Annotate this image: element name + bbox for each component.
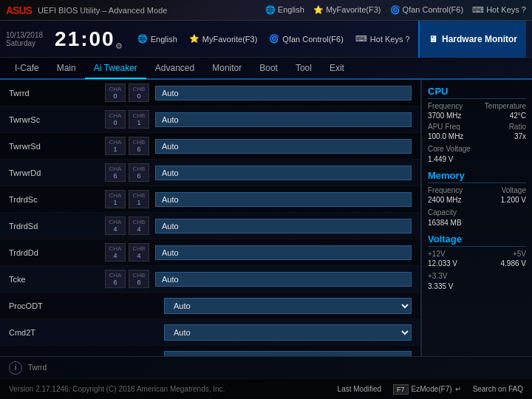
bios-row: TckeCHA6CHB6 [0, 266, 420, 293]
cha-box: CHA6 [105, 270, 126, 288]
nav-item-i-cafe[interactable]: I-Cafe [6, 58, 48, 79]
row-label: Gear Down Mode [9, 355, 105, 357]
row-label: Tcke [9, 275, 105, 284]
channel-boxes: CHA0CHB0 [105, 83, 149, 102]
mem-cap-val: 16384 MB [428, 217, 526, 228]
memory-section-title: Memory [428, 170, 526, 183]
v12-val-row: 12.033 V 4.986 V [428, 259, 526, 267]
qfan-action[interactable]: 🌀 Qfan Control(F6) [269, 34, 344, 44]
row-value [155, 245, 412, 260]
header-title: UEFI BIOS Utility – Advanced Mode [38, 6, 167, 15]
row-value: Auto [164, 351, 412, 357]
last-modified-button[interactable]: Last Modified [338, 384, 381, 395]
core-voltage-val: 1.449 V [428, 154, 526, 164]
chb-box: CHB6 [129, 137, 149, 155]
qfan-button[interactable]: 🌀 Qfan Control(F6) [390, 5, 464, 15]
chb-box: CHB4 [129, 216, 149, 235]
row-select[interactable]: Auto [164, 298, 412, 314]
star-icon: ⭐ [189, 34, 200, 44]
row-input[interactable] [155, 86, 412, 100]
cpu-apu-row: APU Freq Ratio [428, 123, 526, 131]
infobar: i Twrrd [0, 356, 532, 378]
row-label: TwrwrDd [9, 168, 105, 177]
cpu-apu-val-row: 100.0 MHz 37x [428, 132, 526, 140]
row-label: TrdrdSc [9, 195, 105, 204]
cpu-freq-row: Frequency Temperature [428, 102, 526, 110]
footer-actions: Last Modified F7 EzMode(F7) ↵ Search on … [338, 384, 523, 395]
cha-box: CHA1 [105, 190, 126, 208]
cha-box: CHA4 [105, 243, 126, 262]
nav-item-monitor[interactable]: Monitor [203, 58, 250, 79]
main-layout: TwrrdCHA0CHB0TwrwrScCHA0CHB1TwrwrSdCHA1C… [0, 80, 532, 356]
row-input[interactable] [155, 245, 412, 260]
row-input[interactable] [155, 219, 412, 233]
copyright-text: Version 2.17.1246. Copyright (C) 2018 Am… [9, 385, 225, 393]
timebar-actions: 🌐 English ⭐ MyFavorite(F3) 🌀 Qfan Contro… [137, 34, 410, 44]
bios-row: TwrwrDdCHA6CHB6 [0, 160, 420, 186]
cha-box: CHA6 [105, 163, 126, 182]
chb-box: CHB1 [129, 190, 149, 208]
v33-val: 3.335 V [428, 281, 526, 291]
channel-boxes: CHA4CHB4 [105, 243, 149, 262]
nav-item-main[interactable]: Main [48, 58, 85, 79]
bios-row: TwrwrScCHA0CHB1 [0, 106, 420, 133]
nav-item-exit[interactable]: Exit [321, 58, 353, 79]
row-label: Cmd2T [9, 328, 105, 337]
row-value [155, 219, 412, 233]
row-value [155, 112, 412, 127]
chb-box: CHB0 [129, 83, 149, 102]
cpu-section-title: CPU [428, 86, 526, 99]
row-label: TrdrdDd [9, 248, 105, 257]
channel-boxes: CHA4CHB4 [105, 216, 149, 235]
header-bar: ASUS UEFI BIOS Utility – Advanced Mode 🌐… [0, 0, 532, 21]
hw-monitor-header: 🖥 Hardware Monitor [418, 21, 526, 58]
navbar: I-CafeMainAi TweakerAdvancedMonitorBootT… [0, 58, 532, 80]
footer: Version 2.17.1246. Copyright (C) 2018 Am… [0, 378, 532, 399]
row-select[interactable]: Auto [164, 351, 412, 357]
hotkeys-button[interactable]: ⌨ Hot Keys ? [472, 5, 526, 15]
date-time-section: 10/13/2018 Saturday [6, 31, 43, 47]
row-value [155, 139, 412, 154]
search-faq-button[interactable]: Search on FAQ [473, 384, 523, 395]
cha-box: CHA0 [105, 110, 126, 129]
row-input[interactable] [155, 139, 412, 154]
bios-row: Gear Down ModeAuto [0, 346, 420, 356]
keyboard-icon: ⌨ [355, 34, 367, 44]
myfavorite-button[interactable]: ⭐ MyFavorite(F3) [313, 5, 381, 15]
bios-row: TwrwrSdCHA1CHB6 [0, 133, 420, 160]
row-input[interactable] [155, 112, 412, 127]
row-input[interactable] [155, 166, 412, 180]
hotkeys-action[interactable]: ⌨ Last Modified Hot Keys ? [355, 34, 410, 44]
timebar: 10/13/2018 Saturday 21:00 ⚙ 🌐 English ⭐ … [0, 21, 532, 58]
cpu-freq-val-row: 3700 MHz 42°C [428, 112, 526, 120]
nav-item-boot[interactable]: Boot [250, 58, 287, 79]
row-input[interactable] [155, 272, 412, 287]
row-select[interactable]: Auto [164, 324, 412, 341]
bios-row: TrdrdSdCHA4CHB4 [0, 213, 420, 239]
channel-boxes: CHA6CHB6 [105, 270, 149, 288]
header-actions: 🌐 English ⭐ MyFavorite(F3) 🌀 Qfan Contro… [265, 5, 526, 15]
fav-action[interactable]: ⭐ MyFavorite(F3) [189, 34, 258, 44]
chb-box: CHB1 [129, 110, 149, 129]
row-input[interactable] [155, 192, 412, 207]
nav-item-advanced[interactable]: Advanced [146, 58, 203, 79]
ezmode-button[interactable]: F7 EzMode(F7) ↵ [393, 384, 461, 395]
language-button[interactable]: 🌐 English [265, 5, 304, 15]
channel-boxes: CHA1CHB6 [105, 137, 149, 155]
chb-box: CHB4 [129, 243, 149, 262]
row-label: TwrwrSd [9, 142, 105, 151]
nav-item-tool[interactable]: Tool [287, 58, 321, 79]
date-line2: Saturday [6, 39, 43, 47]
time-gear-icon[interactable]: ⚙ [115, 41, 123, 51]
row-label: ProcODT [9, 301, 105, 310]
row-label: TrdrdSd [9, 222, 105, 231]
row-label: TwrwrSc [9, 115, 105, 124]
globe-icon: 🌐 [137, 34, 148, 44]
row-value [155, 166, 412, 180]
nav-item-ai-tweaker[interactable]: Ai Tweaker [85, 58, 146, 79]
row-value: Auto [164, 298, 412, 314]
core-voltage-label: Core Voltage [428, 143, 526, 154]
row-label: Twrrd [9, 89, 105, 98]
lang-action[interactable]: 🌐 English [137, 34, 177, 44]
mem-freq-val-row: 2400 MHz 1.200 V [428, 196, 526, 204]
